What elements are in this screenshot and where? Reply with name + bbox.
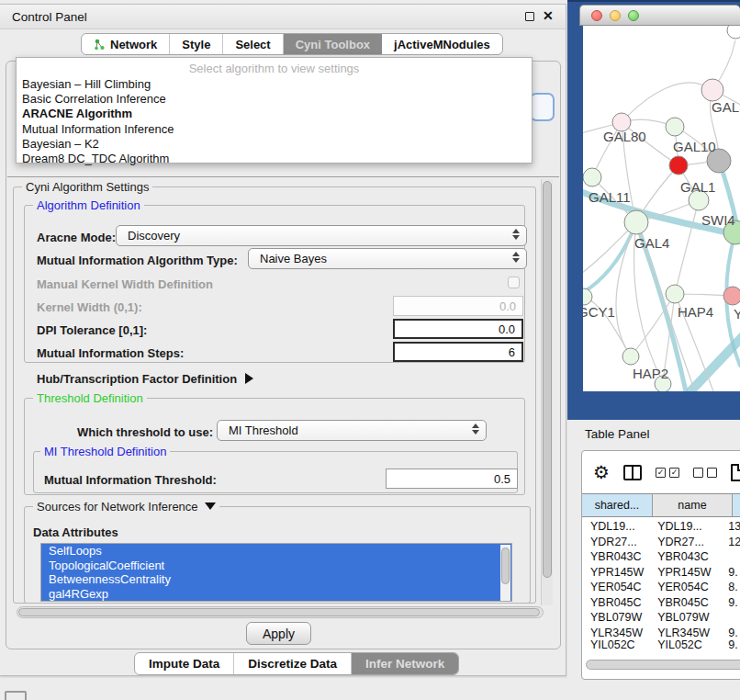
mi-threshold-field[interactable]: 0.5 [386, 469, 518, 489]
list-scrollbar[interactable] [500, 545, 510, 602]
node-red-selected[interactable] [669, 156, 688, 175]
node-gal11[interactable] [583, 168, 601, 186]
mi-steps-field[interactable]: 6 [393, 342, 523, 362]
cell-value: 9. [726, 627, 740, 639]
settings-horizontal-scrollbar[interactable] [17, 606, 544, 618]
node-gcy1[interactable] [583, 288, 592, 305]
minimize-traffic-light[interactable] [610, 10, 621, 21]
tab-label: Discretize Data [248, 657, 337, 671]
tab-select[interactable]: Select [223, 34, 283, 54]
node-gal10[interactable] [666, 118, 684, 136]
tab-label: Cyni Toolbox [296, 38, 370, 51]
hub-section-toggle[interactable]: Hub/Transcription Factor Definition [37, 372, 253, 386]
node-y-partial[interactable] [723, 287, 740, 305]
column-header-shared[interactable]: shared... [582, 494, 653, 516]
cell-shared: YER054C [582, 581, 652, 593]
cell-shared: YLR345W [582, 627, 652, 639]
list-item-topologicalcoefficient[interactable]: TopologicalCoefficient [41, 559, 511, 573]
node-hap4[interactable] [666, 285, 684, 303]
minimized-panel-button[interactable] [5, 691, 27, 700]
table-row[interactable]: YPR145W YPR145W 9. [582, 565, 740, 581]
tab-network[interactable]: Network [82, 34, 170, 54]
node-label-gal4: GAL4 [634, 235, 669, 251]
aracne-mode-select[interactable]: Discovery [116, 225, 527, 246]
manual-kernel-label: Manual Kernel Width Definition [37, 277, 213, 291]
node-gal-partial[interactable] [701, 79, 723, 101]
network-window-titlebar[interactable] [579, 5, 740, 26]
table-panel-title: Table Panel [585, 427, 650, 441]
tab-infer-network[interactable]: Infer Network [352, 653, 458, 674]
zoom-traffic-light[interactable] [628, 10, 639, 21]
selected-value: Naive Bayes [260, 252, 327, 265]
cell-shared: YPR145W [582, 566, 652, 579]
manual-kernel-checkbox[interactable] [508, 277, 520, 288]
table-row[interactable]: YBL079W YBL079W [582, 610, 740, 626]
close-traffic-light[interactable] [591, 10, 602, 21]
column-header-name[interactable]: name [653, 494, 733, 516]
sources-title[interactable]: Sources for Network Inference [33, 500, 219, 514]
tab-impute-data[interactable]: Impute Data [135, 653, 234, 674]
hub-section-label: Hub/Transcription Factor Definition [37, 372, 237, 386]
list-item-gal4rgexp[interactable]: gal4RGexp [41, 587, 511, 602]
table-row[interactable]: YDL19... YDL19... 13 [582, 519, 740, 535]
table-horizontal-scrollbar[interactable] [586, 660, 740, 670]
algorithm-dropdown-popup: Select algorithm to view settings Bayesi… [16, 57, 533, 164]
node-label-gal10: GAL10 [673, 139, 716, 154]
cell-name: YER054C [652, 581, 726, 593]
network-canvas[interactable]: GAL GAL80 GAL10 GAL1 GAL11 SWI4 GAL4 GCY… [583, 26, 740, 391]
kernel-width-field[interactable]: 0.0 [393, 296, 523, 316]
list-item-selfloops[interactable]: SelfLoops [41, 544, 511, 559]
column-header-partial[interactable] [733, 494, 740, 516]
bottom-tab-bar: Impute Data Discretize Data Infer Networ… [134, 652, 459, 675]
popup-item-bayesian-k2[interactable]: Bayesian – K2 [17, 137, 532, 152]
cell-name: YBR043C [652, 550, 726, 563]
export-table-icon[interactable] [731, 464, 740, 481]
tab-style[interactable]: Style [170, 34, 223, 54]
table-row[interactable]: YBR045C YBR045C 9. [582, 595, 740, 611]
table-row[interactable]: YIL052C YIL052C 9. [582, 640, 740, 649]
settings-top-divider [7, 176, 559, 177]
group-title: Threshold Definition [33, 391, 147, 405]
node-hap2[interactable] [622, 348, 639, 365]
popup-item-aracne[interactable]: ARACNE Algorithm [17, 107, 532, 121]
mi-steps-label: Mutual Information Steps: [37, 346, 184, 360]
table-row[interactable]: YDR27... YDR27... 12 [582, 535, 740, 550]
deselect-all-icon[interactable] [693, 468, 717, 478]
split-columns-icon[interactable] [623, 465, 642, 480]
apply-button[interactable]: Apply [246, 622, 311, 645]
network-graph [583, 26, 740, 391]
tab-discretize-data[interactable]: Discretize Data [234, 653, 352, 674]
dpi-tolerance-field[interactable]: 0.0 [393, 319, 523, 339]
float-window-icon[interactable] [525, 12, 534, 21]
table-row[interactable]: YLR345W YLR345W 9. [582, 626, 740, 641]
tab-cyni-toolbox[interactable]: Cyni Toolbox [284, 34, 382, 54]
list-item-betweennesscentrality[interactable]: BetweennessCentrality [41, 572, 511, 587]
gear-icon[interactable]: ⚙ [593, 463, 610, 481]
node-label-gcy1: GCY1 [583, 304, 615, 320]
settings-vertical-scrollbar[interactable] [541, 179, 553, 605]
popup-item-bayesian-hill-climbing[interactable]: Bayesian – Hill Climbing [17, 77, 532, 92]
node-gal4[interactable] [624, 210, 648, 234]
cell-name: YLR345W [652, 627, 726, 639]
data-attributes-label: Data Attributes [33, 525, 118, 539]
panel-title: Control Panel [12, 10, 87, 24]
tab-label: Infer Network [365, 657, 444, 671]
group-title: Algorithm Definition [33, 198, 144, 212]
tab-jactivemnodules[interactable]: jActiveMNodules [382, 34, 502, 54]
table-row[interactable]: YER054C YER054C 8. [582, 580, 740, 595]
popup-item-basic-correlation[interactable]: Basic Correlation Inference [17, 92, 532, 107]
tab-label: Network [110, 38, 157, 51]
popup-item-mutual-information[interactable]: Mutual Information Inference [17, 122, 532, 137]
close-icon[interactable]: ✕ [543, 8, 554, 23]
mi-type-select[interactable]: Naive Bayes [248, 248, 527, 269]
which-threshold-select[interactable]: MI Threshold [217, 420, 487, 441]
stepper-icon [472, 423, 479, 435]
popup-item-dream8[interactable]: Dream8 DC_TDC Algorithm [17, 152, 532, 166]
select-all-icon[interactable]: ✓ ✓ [656, 468, 679, 478]
node-label-hap2: HAP2 [633, 366, 668, 381]
algorithm-combobox-partial[interactable] [530, 93, 555, 121]
node-unlabeled-top[interactable] [727, 26, 740, 39]
screen: Control Panel ✕ Network Style Select Cyn… [0, 0, 740, 700]
table-row[interactable]: YBR043C YBR043C [582, 549, 740, 565]
node-label-gal: GAL [712, 99, 739, 115]
